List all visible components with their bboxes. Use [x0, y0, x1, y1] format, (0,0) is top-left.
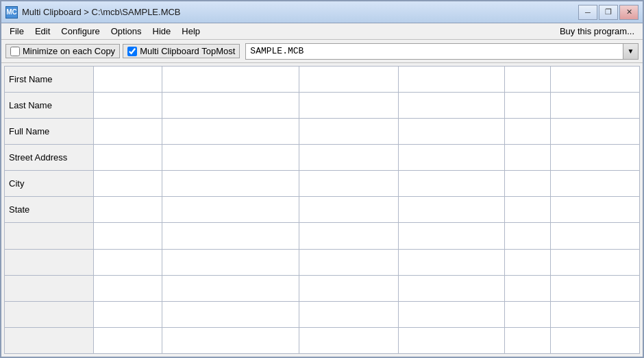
data-cell[interactable] — [505, 93, 551, 119]
table-row: Street Address — [5, 145, 640, 171]
data-cell[interactable] — [94, 93, 162, 119]
data-cell[interactable] — [162, 327, 299, 353]
minimize-on-copy-label: Minimize on each Copy — [23, 46, 115, 56]
data-cell[interactable] — [505, 197, 551, 223]
table-row — [5, 327, 640, 353]
row-label — [5, 327, 94, 353]
data-cell[interactable] — [551, 249, 640, 275]
data-cell[interactable] — [551, 119, 640, 145]
data-cell[interactable] — [399, 223, 505, 249]
data-cell[interactable] — [505, 327, 551, 353]
table-row: First Name — [5, 67, 640, 93]
data-cell[interactable] — [399, 67, 505, 93]
menu-configure[interactable]: Configure — [55, 25, 105, 38]
file-dropdown-button[interactable]: ▼ — [623, 43, 639, 60]
data-cell[interactable] — [162, 145, 299, 171]
data-cell[interactable] — [551, 301, 640, 327]
row-label: City — [5, 171, 94, 197]
data-cell[interactable] — [162, 171, 299, 197]
topmost-toggle[interactable]: Multi Clipboard TopMost — [123, 44, 240, 58]
data-cell[interactable] — [505, 171, 551, 197]
data-cell[interactable] — [299, 93, 399, 119]
table-row: State — [5, 197, 640, 223]
data-cell[interactable] — [299, 327, 399, 353]
data-cell[interactable] — [94, 327, 162, 353]
data-cell[interactable] — [299, 119, 399, 145]
row-label: State — [5, 197, 94, 223]
grid-container: First NameLast NameFull NameStreet Addre… — [1, 63, 643, 357]
data-cell[interactable] — [399, 275, 505, 301]
restore-button[interactable]: ❐ — [599, 5, 618, 20]
data-cell[interactable] — [94, 197, 162, 223]
data-cell[interactable] — [399, 327, 505, 353]
table-row: Last Name — [5, 93, 640, 119]
menu-file[interactable]: File — [4, 25, 29, 38]
menu-edit[interactable]: Edit — [29, 25, 55, 38]
data-cell[interactable] — [551, 223, 640, 249]
data-cell[interactable] — [299, 223, 399, 249]
table-row — [5, 275, 640, 301]
data-cell[interactable] — [399, 171, 505, 197]
data-cell[interactable] — [505, 223, 551, 249]
data-cell[interactable] — [399, 145, 505, 171]
data-cell[interactable] — [162, 67, 299, 93]
data-cell[interactable] — [399, 119, 505, 145]
data-cell[interactable] — [399, 249, 505, 275]
data-cell[interactable] — [399, 93, 505, 119]
data-cell[interactable] — [94, 145, 162, 171]
data-cell[interactable] — [94, 223, 162, 249]
menu-buy[interactable]: Buy this program... — [554, 25, 640, 38]
data-cell[interactable] — [551, 197, 640, 223]
data-cell[interactable] — [399, 301, 505, 327]
data-cell[interactable] — [162, 223, 299, 249]
file-selector: SAMPLE.MCB ▼ — [245, 43, 639, 60]
topmost-checkbox[interactable] — [127, 47, 137, 56]
data-cell[interactable] — [299, 67, 399, 93]
table-row: City — [5, 171, 640, 197]
data-cell[interactable] — [551, 67, 640, 93]
data-cell[interactable] — [94, 119, 162, 145]
data-cell[interactable] — [299, 145, 399, 171]
data-cell[interactable] — [551, 93, 640, 119]
menu-options[interactable]: Options — [106, 25, 147, 38]
data-cell[interactable] — [551, 145, 640, 171]
data-cell[interactable] — [551, 327, 640, 353]
data-cell[interactable] — [505, 145, 551, 171]
data-cell[interactable] — [162, 301, 299, 327]
minimize-on-copy-checkbox[interactable] — [10, 47, 20, 56]
title-bar: MC Multi Clipboard > C:\mcb\SAMPLE.MCB ─… — [1, 1, 643, 23]
menu-hide[interactable]: Hide — [147, 25, 177, 38]
minimize-on-copy-toggle[interactable]: Minimize on each Copy — [5, 44, 120, 58]
data-cell[interactable] — [551, 171, 640, 197]
data-cell[interactable] — [162, 119, 299, 145]
row-label — [5, 301, 94, 327]
data-cell[interactable] — [94, 249, 162, 275]
data-cell[interactable] — [505, 249, 551, 275]
data-cell[interactable] — [299, 275, 399, 301]
close-button[interactable]: ✕ — [619, 5, 639, 20]
data-cell[interactable] — [94, 275, 162, 301]
data-cell[interactable] — [299, 301, 399, 327]
data-grid: First NameLast NameFull NameStreet Addre… — [4, 66, 640, 354]
data-cell[interactable] — [94, 171, 162, 197]
minimize-button[interactable]: ─ — [578, 5, 597, 20]
data-cell[interactable] — [505, 301, 551, 327]
data-cell[interactable] — [162, 93, 299, 119]
menu-help[interactable]: Help — [176, 25, 206, 38]
data-cell[interactable] — [162, 275, 299, 301]
row-label — [5, 275, 94, 301]
data-cell[interactable] — [551, 275, 640, 301]
data-cell[interactable] — [505, 67, 551, 93]
data-cell[interactable] — [162, 249, 299, 275]
data-cell[interactable] — [299, 197, 399, 223]
row-label: Street Address — [5, 145, 94, 171]
data-cell[interactable] — [399, 197, 505, 223]
data-cell[interactable] — [299, 249, 399, 275]
data-cell[interactable] — [94, 67, 162, 93]
data-cell[interactable] — [505, 275, 551, 301]
data-cell[interactable] — [505, 119, 551, 145]
data-cell[interactable] — [162, 197, 299, 223]
data-cell[interactable] — [299, 171, 399, 197]
data-cell[interactable] — [94, 301, 162, 327]
row-label — [5, 249, 94, 275]
